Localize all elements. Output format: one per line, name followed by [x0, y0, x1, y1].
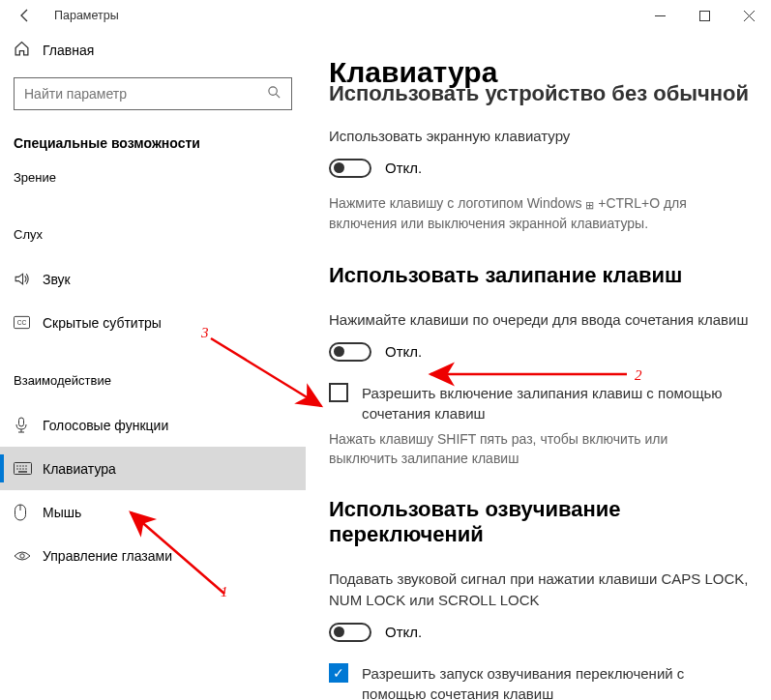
svg-point-13 — [19, 465, 21, 467]
svg-point-12 — [16, 465, 18, 467]
svg-point-19 — [25, 468, 27, 470]
maximize-button[interactable] — [682, 0, 727, 31]
svg-text:CC: CC — [17, 319, 27, 326]
sidebar-item-sound[interactable]: Звук — [14, 257, 292, 301]
svg-rect-20 — [18, 471, 27, 473]
sidebar-group-vision: Зрение — [14, 164, 292, 194]
sidebar-item-label: Голосовые функции — [43, 418, 168, 433]
svg-point-16 — [16, 468, 18, 470]
sidebar-item-label: Мышь — [43, 505, 81, 520]
search-input[interactable] — [24, 86, 267, 102]
svg-point-18 — [22, 468, 24, 470]
sidebar: Главная Специальные возможности Зрение С… — [0, 31, 306, 700]
osk-desc: Использовать экранную клавиатуру — [329, 110, 752, 147]
sticky-desc: Нажимайте клавиши по очереди для ввода с… — [329, 288, 752, 331]
sidebar-item-eye[interactable]: Управление глазами — [14, 534, 292, 577]
sidebar-item-keyboard[interactable]: Клавиатура — [0, 447, 306, 490]
search-box[interactable] — [14, 77, 292, 110]
togglekeys-heading: Использовать озвучивание переключений — [329, 468, 752, 547]
osk-toggle-label: Откл. — [385, 160, 422, 176]
svg-point-17 — [19, 468, 21, 470]
titlebar: Параметры — [0, 0, 771, 31]
sidebar-group-hearing: Слух — [14, 221, 292, 251]
mouse-icon — [14, 504, 43, 521]
mic-icon — [14, 417, 43, 434]
main-content: Клавиатура Использовать устройство без о… — [306, 31, 771, 700]
sidebar-group-interaction: Взаимодействие — [14, 367, 292, 397]
sidebar-item-cc[interactable]: CC Скрытые субтитры — [14, 301, 292, 344]
togglekeys-shortcut-checkbox[interactable]: ✓ — [329, 663, 348, 683]
svg-point-15 — [25, 465, 27, 467]
osk-toggle[interactable] — [329, 159, 371, 178]
sticky-toggle[interactable] — [329, 342, 371, 362]
sticky-shortcut-hint: Нажать клавишу SHIFT пять раз, чтобы вкл… — [329, 423, 735, 469]
sticky-toggle-label: Откл. — [385, 343, 422, 360]
svg-rect-8 — [19, 418, 24, 426]
svg-point-23 — [20, 553, 24, 557]
annotation-2: 2 — [635, 367, 642, 384]
togglekeys-toggle[interactable] — [329, 623, 371, 642]
svg-line-5 — [276, 94, 280, 98]
sidebar-item-label: Клавиатура — [43, 461, 116, 477]
svg-rect-1 — [699, 11, 709, 20]
sidebar-section-header: Специальные возможности — [14, 130, 292, 164]
windows-logo-icon: ⊞ — [585, 199, 594, 211]
sticky-shortcut-label: Разрешить включение залипания клавиш с п… — [362, 383, 735, 423]
cc-icon: CC — [14, 315, 43, 330]
back-button[interactable] — [6, 0, 44, 31]
eye-icon — [14, 550, 43, 562]
search-icon — [267, 85, 282, 102]
keyboard-icon — [14, 462, 43, 475]
sticky-shortcut-checkbox[interactable] — [329, 383, 348, 402]
sidebar-item-voice[interactable]: Голосовые функции — [14, 403, 292, 447]
section-device-heading: Использовать устройство без обычной клав… — [329, 81, 752, 110]
svg-point-4 — [269, 87, 277, 95]
sticky-heading: Использовать залипание клавиш — [329, 234, 752, 288]
sound-icon — [14, 271, 43, 287]
minimize-button[interactable] — [638, 0, 682, 31]
nav-home[interactable]: Главная — [14, 31, 292, 77]
nav-home-label: Главная — [43, 43, 94, 58]
sidebar-item-mouse[interactable]: Мышь — [14, 490, 292, 534]
close-button[interactable] — [727, 0, 771, 31]
home-icon — [14, 41, 43, 60]
annotation-1: 1 — [221, 584, 228, 600]
svg-point-14 — [22, 465, 24, 467]
togglekeys-shortcut-label: Разрешить запуск озвучивания переключени… — [362, 663, 735, 700]
annotation-3: 3 — [201, 325, 209, 341]
togglekeys-toggle-label: Откл. — [385, 624, 422, 640]
sidebar-item-label: Звук — [43, 272, 71, 287]
sidebar-item-label: Скрытые субтитры — [43, 315, 162, 331]
sidebar-item-label: Управление глазами — [43, 548, 172, 564]
togglekeys-desc: Подавать звуковой сигнал при нажатии кла… — [329, 547, 752, 611]
osk-hint: Нажмите клавишу с логотипом Windows ⊞ +C… — [329, 178, 735, 234]
window-title: Параметры — [44, 9, 119, 22]
